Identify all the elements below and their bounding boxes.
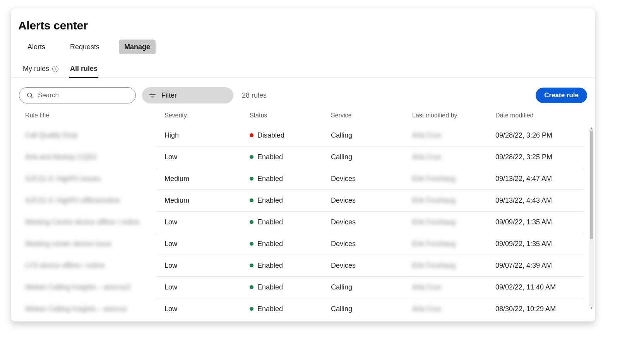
filter-label: Filter: [161, 91, 177, 100]
status-text: Disabled: [257, 131, 284, 140]
cell-date-modified: 09/13/22, 4:47 AM: [495, 175, 588, 183]
scroll-down-icon[interactable]: ▼: [589, 305, 594, 310]
cell-date-modified: 09/09/22, 1:35 AM: [495, 218, 588, 226]
subtab-my-rules[interactable]: My rules i: [22, 61, 59, 78]
col-service[interactable]: Service: [331, 112, 412, 119]
status-text: Enabled: [257, 218, 283, 226]
cell-service: Devices: [331, 262, 412, 270]
scrollbar[interactable]: ▲ ▼: [589, 128, 594, 307]
cell-date-modified: 09/13/22, 4:43 AM: [495, 196, 588, 205]
table-row[interactable]: SJC21-3: HighPri offline/onlineMediumEna…: [17, 189, 589, 211]
status-text: Enabled: [257, 196, 283, 205]
subtab-label: My rules: [23, 65, 49, 73]
cell-last-modified-by: Arla Cruz: [412, 283, 495, 291]
cell-status: Enabled: [250, 305, 331, 313]
cell-service: Calling: [331, 283, 412, 291]
cell-service: Calling: [331, 305, 412, 313]
cell-rule-title: Call Quality Drop: [25, 131, 164, 140]
info-icon[interactable]: i: [52, 66, 58, 72]
status-dot-icon: [250, 220, 253, 224]
table-header: Rule title Severity Status Service Last …: [17, 108, 589, 124]
cell-severity: Low: [164, 262, 250, 270]
cell-severity: Low: [164, 283, 250, 291]
cell-status: Enabled: [250, 218, 331, 226]
subtab-label: All rules: [70, 65, 98, 73]
table-row[interactable]: LYS device offline / onlineLowEnabledDev…: [17, 255, 589, 276]
cell-rule-title: Webex Calling Insights – arecruz: [25, 305, 164, 313]
status-text: Enabled: [257, 153, 283, 161]
table-row[interactable]: Arla and Akshay CQD2LowEnabledCallingArl…: [17, 146, 589, 168]
cell-last-modified-by: Erik Forshaug: [412, 262, 495, 270]
toolbar: Filter 28 rules Create rule: [11, 78, 595, 108]
cell-rule-title: SJC21-3: HighPri offline/online: [25, 196, 164, 205]
page-title: Alerts center: [11, 15, 595, 38]
col-last-modified-by[interactable]: Last modified by: [412, 112, 495, 119]
cell-rule-title: LYS device offline / online: [25, 262, 164, 270]
table-row[interactable]: Meeting center device issueLowEnabledDev…: [17, 233, 589, 255]
status-dot-icon: [250, 198, 253, 202]
scroll-thumb[interactable]: [590, 131, 593, 239]
status-text: Enabled: [257, 283, 283, 291]
table-row[interactable]: SJC21-3: HighPri issuesMediumEnabledDevi…: [17, 168, 589, 189]
cell-last-modified-by: Arla Cruz: [412, 153, 495, 161]
svg-point-0: [27, 93, 32, 97]
table-row[interactable]: Meeting Centre device offline / onlineLo…: [17, 211, 589, 233]
alerts-center-panel: Alerts center Alerts Requests Manage My …: [11, 8, 595, 322]
table-row[interactable]: Call Quality DropHighDisabledCallingArla…: [17, 124, 589, 146]
status-dot-icon: [250, 133, 253, 137]
status-text: Enabled: [257, 262, 283, 270]
col-date-modified[interactable]: Date modified: [495, 112, 588, 119]
col-severity[interactable]: Severity: [164, 112, 250, 119]
cell-service: Devices: [331, 218, 412, 226]
cell-status: Enabled: [250, 196, 331, 205]
status-dot-icon: [250, 155, 253, 159]
col-rule-title[interactable]: Rule title: [25, 112, 164, 119]
cell-status: Enabled: [250, 283, 331, 291]
cell-last-modified-by: Arla Cruz: [412, 131, 495, 140]
sub-tabs: My rules i All rules: [11, 56, 595, 78]
rules-count: 28 rules: [242, 91, 267, 100]
cell-date-modified: 09/07/22, 4:39 AM: [495, 262, 588, 270]
cell-date-modified: 09/28/22, 3:25 PM: [495, 153, 588, 161]
search-icon: [26, 92, 33, 99]
cell-date-modified: 09/02/22, 11:40 AM: [495, 283, 588, 291]
cell-last-modified-by: Arla Cruz: [412, 305, 495, 313]
status-dot-icon: [250, 264, 253, 267]
cell-severity: Low: [164, 240, 250, 248]
status-text: Enabled: [257, 175, 283, 183]
cell-service: Devices: [331, 175, 412, 183]
table-row[interactable]: Webex Calling Insights – arecruz2LowEnab…: [17, 276, 589, 298]
cell-last-modified-by: Erik Forshaug: [412, 175, 495, 183]
cell-status: Enabled: [250, 175, 331, 183]
svg-line-1: [31, 96, 32, 98]
tab-alerts[interactable]: Alerts: [22, 40, 51, 54]
search-input-wrapper[interactable]: [19, 87, 136, 103]
cell-last-modified-by: Erik Forshaug: [412, 218, 495, 226]
cell-rule-title: Webex Calling Insights – arecruz2: [25, 283, 164, 291]
table-body[interactable]: Call Quality DropHighDisabledCallingArla…: [17, 124, 589, 314]
cell-severity: Low: [164, 153, 250, 161]
search-input[interactable]: [38, 91, 128, 99]
status-dot-icon: [250, 285, 253, 289]
cell-severity: Medium: [164, 196, 250, 205]
cell-service: Calling: [331, 153, 412, 161]
scroll-up-icon[interactable]: ▲: [589, 125, 594, 131]
rules-table: Rule title Severity Status Service Last …: [11, 108, 595, 314]
cell-rule-title: Meeting Centre device offline / online: [25, 218, 164, 226]
col-status[interactable]: Status: [250, 112, 331, 119]
tab-requests[interactable]: Requests: [65, 40, 105, 54]
table-row[interactable]: Webex Calling Insights – arecruzLowEnabl…: [17, 298, 589, 314]
cell-last-modified-by: Erik Forshaug: [412, 196, 495, 205]
cell-status: Disabled: [250, 131, 331, 140]
filter-icon: [149, 93, 156, 98]
tab-manage[interactable]: Manage: [119, 40, 156, 54]
cell-service: Calling: [331, 131, 412, 140]
status-dot-icon: [250, 242, 253, 246]
cell-severity: High: [164, 131, 250, 140]
subtab-all-rules[interactable]: All rules: [69, 61, 98, 78]
filter-button[interactable]: Filter: [142, 87, 233, 103]
create-rule-button[interactable]: Create rule: [536, 88, 587, 103]
cell-severity: Low: [164, 218, 250, 226]
cell-rule-title: Arla and Akshay CQD2: [25, 153, 164, 161]
status-dot-icon: [250, 307, 253, 311]
